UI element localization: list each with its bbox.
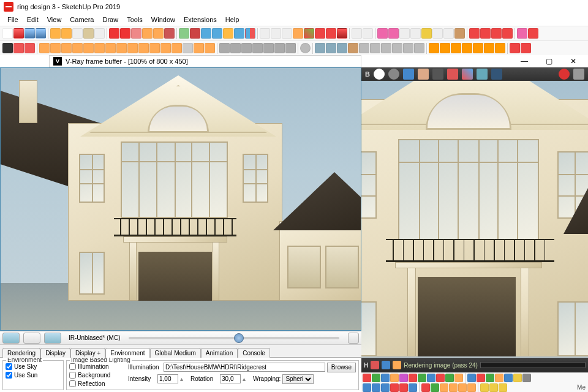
slider-thumb[interactable]	[234, 333, 244, 343]
use-sky-input[interactable]	[6, 363, 12, 370]
tool-icon[interactable]	[363, 28, 373, 39]
ibl-illumination-checkbox[interactable]: Illumination	[69, 362, 124, 371]
tool-icon[interactable]	[94, 43, 105, 53]
tool-icon[interactable]	[285, 43, 296, 53]
tool-icon[interactable]	[282, 28, 292, 39]
tool-icon[interactable]	[72, 28, 83, 39]
tool-icon[interactable]	[352, 28, 362, 39]
tool-icon[interactable]	[127, 43, 138, 53]
tool-icon[interactable]	[223, 28, 233, 39]
ibl-refl-input[interactable]	[69, 380, 76, 387]
tab-global-medium[interactable]: Global Medium	[150, 348, 201, 358]
tool-icon[interactable]	[372, 374, 380, 382]
maximize-button[interactable]: ▢	[537, 55, 561, 67]
tool-icon[interactable]	[116, 43, 127, 53]
illumination-path-input[interactable]	[164, 363, 325, 372]
menu-camera[interactable]: Camera	[66, 15, 97, 24]
menu-extensions[interactable]: Extensions	[180, 15, 221, 24]
tool-icon[interactable]	[370, 43, 380, 53]
save-icon[interactable]	[403, 69, 414, 80]
tool-icon[interactable]	[120, 28, 130, 39]
menu-draw[interactable]: Draw	[99, 15, 122, 24]
tool-icon[interactable]	[449, 383, 458, 392]
tool-icon[interactable]	[432, 28, 443, 39]
tool-icon[interactable]	[372, 383, 380, 392]
tool-icon[interactable]	[230, 43, 241, 53]
region-icon[interactable]	[462, 69, 473, 80]
use-sky-checkbox[interactable]: Use Sky	[6, 362, 61, 371]
tool-icon[interactable]	[480, 383, 489, 392]
tool-icon[interactable]	[403, 43, 413, 53]
select-icon[interactable]	[2, 43, 13, 53]
tool-icon[interactable]	[486, 374, 494, 382]
tool-icon[interactable]	[513, 374, 522, 382]
tab-environment[interactable]: Environment	[105, 348, 149, 358]
ibl-illum-input[interactable]	[69, 363, 76, 370]
tool-icon[interactable]	[502, 28, 513, 39]
tool-icon[interactable]	[469, 28, 480, 39]
tool-icon[interactable]	[421, 28, 432, 39]
tool-icon[interactable]	[517, 28, 527, 39]
undo-icon[interactable]	[24, 28, 35, 39]
render-progress-slider[interactable]	[129, 337, 339, 339]
tool-icon[interactable]	[304, 28, 314, 39]
status-icon[interactable]	[371, 361, 379, 369]
tool-icon[interactable]	[467, 374, 476, 382]
tool-icon[interactable]	[489, 383, 498, 392]
tool-icon[interactable]	[83, 28, 94, 39]
ibl-bg-input[interactable]	[69, 372, 76, 379]
tool-icon[interactable]	[495, 43, 505, 53]
tool-icon[interactable]	[83, 43, 94, 53]
tool-icon[interactable]	[451, 43, 461, 53]
tool-icon[interactable]	[528, 28, 538, 39]
menu-file[interactable]: File	[4, 15, 22, 24]
vray-render-viewport[interactable]	[361, 81, 588, 358]
tool-icon[interactable]	[2, 28, 13, 39]
tool-icon[interactable]	[183, 43, 193, 53]
tab-console[interactable]: Console	[238, 348, 270, 358]
tool-icon[interactable]	[418, 374, 426, 382]
tool-icon[interactable]	[245, 28, 255, 39]
tool-icon[interactable]	[440, 383, 448, 392]
tool-icon[interactable]	[179, 28, 189, 39]
tool-icon[interactable]	[381, 374, 390, 382]
teapot-icon[interactable]	[315, 43, 325, 53]
tool-icon[interactable]	[484, 43, 494, 53]
tool-icon[interactable]	[153, 28, 164, 39]
tool-icon[interactable]	[454, 28, 465, 39]
tool-icon[interactable]	[432, 69, 443, 80]
tool-icon[interactable]	[263, 43, 274, 53]
stop-icon[interactable]	[559, 69, 570, 80]
tool-icon[interactable]	[381, 43, 391, 53]
tool-icon[interactable]	[271, 28, 281, 39]
tool-icon[interactable]	[399, 383, 408, 392]
tool-icon[interactable]	[454, 374, 463, 382]
tool-icon[interactable]	[414, 43, 424, 53]
status-icon[interactable]	[382, 361, 390, 369]
tool-icon[interactable]	[377, 28, 388, 39]
tool-icon[interactable]	[458, 383, 467, 392]
tool-icon[interactable]	[510, 43, 520, 53]
tool-icon[interactable]	[409, 383, 417, 392]
render-refresh-button[interactable]	[44, 333, 61, 344]
tool-icon[interactable]	[522, 374, 531, 382]
clear-icon[interactable]	[447, 69, 458, 80]
browse-button[interactable]: Browse	[327, 363, 356, 372]
tool-icon[interactable]	[234, 28, 244, 39]
tool-icon[interactable]	[337, 28, 347, 39]
tool-icon[interactable]	[445, 374, 454, 382]
tool-icon[interactable]	[429, 43, 439, 53]
tool-icon[interactable]	[399, 28, 410, 39]
tool-icon[interactable]	[431, 383, 439, 392]
tool-icon[interactable]	[24, 43, 35, 53]
tool-icon[interactable]	[421, 383, 430, 392]
tool-icon[interactable]	[138, 43, 149, 53]
tool-icon[interactable]	[205, 43, 215, 53]
tool-icon[interactable]	[409, 374, 417, 382]
pause-icon[interactable]	[393, 361, 401, 369]
tool-icon[interactable]	[467, 383, 476, 392]
channel-icon[interactable]	[374, 69, 385, 80]
tool-icon[interactable]	[212, 28, 222, 39]
tool-icon[interactable]	[201, 28, 211, 39]
use-sun-checkbox[interactable]: Use Sun	[6, 371, 61, 379]
